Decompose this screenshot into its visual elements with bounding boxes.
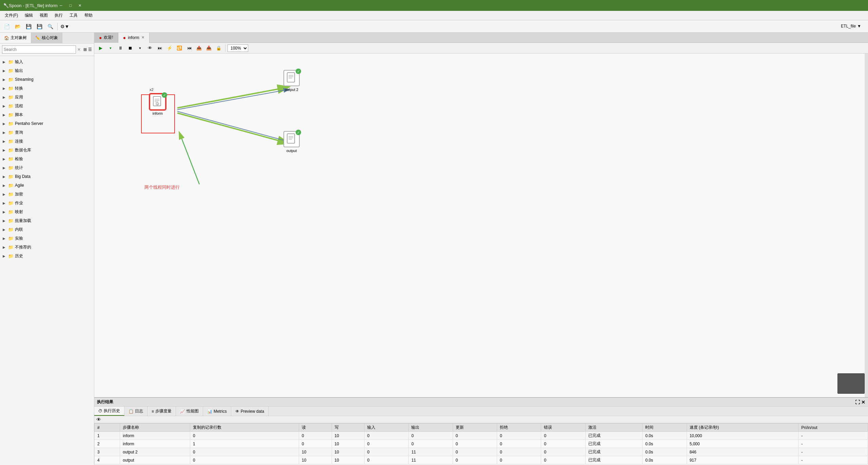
tree-item-6[interactable]: ▶📁脚本 (0, 110, 94, 119)
tree-icon-22: 📁 (8, 254, 14, 259)
new-btn[interactable]: 📄 (2, 22, 12, 31)
tree-item-8[interactable]: ▶📁查询 (0, 128, 94, 137)
tab-main-objects[interactable]: 🏠 主对象树 (0, 33, 31, 43)
filter-icon[interactable]: 👁 (96, 417, 101, 422)
open-btn[interactable]: 📂 (13, 22, 22, 31)
cell-1-10: 已完成 (585, 440, 643, 448)
cell-1-6: 0 (409, 440, 453, 448)
tree-item-22[interactable]: ▶📁历史 (0, 252, 94, 260)
btab-history[interactable]: ⏱ 执行历史 (94, 407, 124, 416)
node-output[interactable]: ✓ output (283, 131, 300, 153)
tree-item-12[interactable]: ▶📁统计 (0, 163, 94, 172)
tree-item-2[interactable]: ▶📁Streaming (0, 75, 94, 84)
save-btn[interactable]: 💾 (24, 22, 33, 31)
tree-arrow-17: ▶ (3, 210, 7, 214)
col-output: 输出 (409, 424, 453, 432)
tree-item-0[interactable]: ▶📁输入 (0, 57, 94, 66)
btab-log[interactable]: 📋 日志 (124, 407, 147, 416)
perf-icon: 📈 (180, 409, 185, 414)
tree-label-20: 实验 (15, 236, 23, 241)
search-input[interactable] (2, 45, 76, 54)
menu-tools[interactable]: 工具 (67, 12, 80, 19)
search-clear-icon[interactable]: ✕ (77, 47, 81, 52)
etl-file-selector[interactable]: ETL_file ▼ (841, 24, 861, 29)
tree-item-14[interactable]: ▶📁Agile (0, 181, 94, 190)
menu-edit[interactable]: 编辑 (22, 12, 36, 19)
btab-preview[interactable]: 👁 Preview data (231, 407, 269, 416)
tree-item-20[interactable]: ▶📁实验 (0, 234, 94, 243)
tree-item-9[interactable]: ▶📁连接 (0, 137, 94, 146)
menu-file[interactable]: 文件(F) (2, 12, 21, 19)
menu-help[interactable]: 帮助 (82, 12, 95, 19)
tree-item-19[interactable]: ▶📁内联 (0, 225, 94, 234)
menu-view[interactable]: 视图 (37, 12, 51, 19)
tree-item-5[interactable]: ▶📁流程 (0, 101, 94, 110)
tree-arrow-14: ▶ (3, 184, 7, 187)
tree-arrow-9: ▶ (3, 140, 7, 143)
run-dropdown[interactable]: ▼ (106, 44, 115, 53)
pause-button[interactable]: ⏸ (116, 44, 125, 53)
tree-item-1[interactable]: ▶📁输出 (0, 66, 94, 75)
cell-1-1: inform (120, 440, 190, 448)
tree-icon-1: 📁 (8, 68, 14, 73)
etl-label: ETL_file (841, 24, 856, 29)
tree-item-13[interactable]: ▶📁Big Data (0, 172, 94, 181)
btn8[interactable]: ⏮ (185, 44, 194, 53)
tree-item-4[interactable]: ▶📁应用 (0, 93, 94, 101)
btab-metrics[interactable]: 📊 Metrics (203, 407, 231, 416)
btn7[interactable]: 🔁 (175, 44, 184, 53)
tree-item-17[interactable]: ▶📁映射 (0, 207, 94, 216)
btn9[interactable]: 📤 (195, 44, 203, 53)
tree-item-10[interactable]: ▶📁数据仓库 (0, 146, 94, 154)
tree-item-16[interactable]: ▶📁作业 (0, 199, 94, 207)
btn11[interactable]: 🔒 (214, 44, 223, 53)
explore-btn[interactable]: 🔍 (45, 22, 55, 31)
col-reject: 拒绝 (497, 424, 541, 432)
stop-dropdown[interactable]: ▼ (136, 44, 144, 53)
cell-2-12: 846 (687, 448, 798, 456)
settings-btn[interactable]: ⚙▼ (60, 22, 70, 31)
vertical-scrollbar[interactable] (865, 54, 868, 397)
tree-icon-6: 📁 (8, 112, 14, 117)
tab-core-objects[interactable]: ✏️ 核心对象 (31, 33, 62, 43)
view-list-icon[interactable]: ☰ (88, 47, 92, 52)
cell-2-5: 0 (364, 448, 409, 456)
tab-welcome[interactable]: ● 欢迎! (94, 33, 118, 43)
run-button[interactable]: ▶ (96, 44, 105, 53)
stop-button[interactable]: ⏹ (126, 44, 135, 53)
preview-button[interactable]: 👁 (145, 44, 154, 53)
etl-dropdown-icon[interactable]: ▼ (857, 24, 861, 29)
tree-item-15[interactable]: ▶📁加密 (0, 190, 94, 199)
tree-item-3[interactable]: ▶📁转换 (0, 84, 94, 93)
close-button[interactable]: ✕ (77, 2, 83, 9)
tab-inform[interactable]: ● inform ✕ (118, 33, 150, 43)
view-toggle-icon[interactable]: ⊞ (83, 47, 87, 52)
menu-run[interactable]: 执行 (52, 12, 65, 19)
tree-item-11[interactable]: ▶📁检验 (0, 154, 94, 163)
minimize-button[interactable]: ─ (58, 2, 64, 9)
node-output2[interactable]: ✓ output 2 (283, 70, 300, 92)
svg-line-6 (177, 111, 290, 142)
btn6[interactable]: ⚡ (165, 44, 174, 53)
tree-item-21[interactable]: ▶📁不推荐的 (0, 243, 94, 252)
core-obj-label: 核心对象 (42, 35, 58, 41)
btn10[interactable]: 📥 (204, 44, 213, 53)
inform-label: inform (153, 111, 163, 115)
btab-perf[interactable]: 📈 性能图 (176, 407, 203, 416)
tab-inform-close[interactable]: ✕ (141, 35, 144, 40)
btab-steps[interactable]: ≡ 步骤度量 (147, 407, 176, 416)
cell-0-8: 0 (497, 432, 541, 440)
node-inform[interactable]: x2 ⚙ ✓ inform (150, 94, 166, 115)
maximize-button[interactable]: □ (67, 2, 74, 9)
tree-icon-18: 📁 (8, 218, 14, 223)
tree-item-18[interactable]: ▶📁批量加载 (0, 216, 94, 225)
tree-item-7[interactable]: ▶📁Pentaho Server (0, 119, 94, 128)
close-bottom-icon[interactable]: ✕ (861, 399, 865, 405)
col-num: # (95, 424, 120, 432)
zoom-selector[interactable]: 100% 75% 50% 125% 150% (228, 44, 248, 52)
expand-icon[interactable]: ⛶ (855, 399, 860, 405)
save-as-btn[interactable]: 💾 (35, 22, 44, 31)
tree-icon-15: 📁 (8, 192, 14, 197)
tree-view: ▶📁输入▶📁输出▶📁Streaming▶📁转换▶📁应用▶📁流程▶📁脚本▶📁Pen… (0, 56, 94, 465)
step-forward[interactable]: ⏭ (155, 44, 164, 53)
